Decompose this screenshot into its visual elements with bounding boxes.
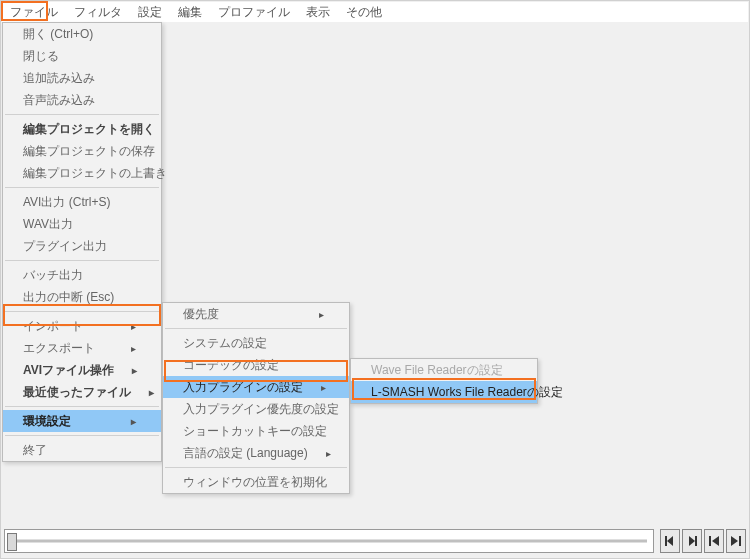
menu-recent-files[interactable]: 最近使ったファイル▸ xyxy=(3,381,161,403)
submenu-wave-file-reader[interactable]: Wave File Readerの設定 xyxy=(351,359,537,381)
menu-plugin-output[interactable]: プラグイン出力 xyxy=(3,235,161,257)
menubar-item-profile[interactable]: プロファイル xyxy=(210,2,298,23)
svg-rect-1 xyxy=(665,536,667,546)
menu-save-project[interactable]: 編集プロジェクトの保存 xyxy=(3,140,161,162)
menu-open-project[interactable]: 編集プロジェクトを開く xyxy=(3,118,161,140)
svg-marker-5 xyxy=(712,536,719,546)
chevron-right-icon: ▸ xyxy=(301,309,324,320)
menubar-item-edit[interactable]: 編集 xyxy=(170,2,210,23)
svg-rect-4 xyxy=(709,536,711,546)
svg-rect-3 xyxy=(695,536,697,546)
chevron-right-icon: ▸ xyxy=(308,448,331,459)
seek-bar[interactable] xyxy=(4,529,654,553)
submenu-priority[interactable]: 優先度▸ xyxy=(163,303,349,325)
seek-thumb[interactable] xyxy=(7,533,17,551)
svg-marker-2 xyxy=(689,536,695,546)
menu-separator xyxy=(5,260,159,261)
menubar: ファイル フィルタ 設定 編集 プロファイル 表示 その他 xyxy=(2,2,748,22)
menu-cancel-output[interactable]: 出力の中断 (Esc) xyxy=(3,286,161,308)
submenu-codec-settings[interactable]: コーデックの設定 xyxy=(163,354,349,376)
nav-first-frame-button[interactable] xyxy=(704,529,724,553)
menu-overwrite-project[interactable]: 編集プロジェクトの上書き xyxy=(3,162,161,184)
preferences-submenu: 優先度▸ システムの設定 コーデックの設定 入力プラグインの設定▸ 入力プラグイ… xyxy=(162,302,350,494)
seek-track xyxy=(11,540,647,543)
menu-export[interactable]: エクスポート▸ xyxy=(3,337,161,359)
submenu-lsmash-reader[interactable]: L-SMASH Works File Readerの設定 xyxy=(351,381,537,403)
menu-import[interactable]: インポート▸ xyxy=(3,315,161,337)
menubar-item-filter[interactable]: フィルタ xyxy=(66,2,130,23)
svg-marker-6 xyxy=(731,536,738,546)
menu-separator xyxy=(5,114,159,115)
menu-separator xyxy=(5,435,159,436)
chevron-right-icon: ▸ xyxy=(303,382,326,393)
menubar-item-view[interactable]: 表示 xyxy=(298,2,338,23)
menu-wav-output[interactable]: WAV出力 xyxy=(3,213,161,235)
submenu-language[interactable]: 言語の設定 (Language)▸ xyxy=(163,442,349,464)
input-plugin-submenu: Wave File Readerの設定 L-SMASH Works File R… xyxy=(350,358,538,404)
chevron-right-icon: ▸ xyxy=(114,365,137,376)
menu-preferences[interactable]: 環境設定▸ xyxy=(3,410,161,432)
step-forward-icon xyxy=(685,534,699,548)
file-menu-dropdown: 開く (Ctrl+O) 閉じる 追加読み込み 音声読み込み 編集プロジェクトを開… xyxy=(2,22,162,462)
menu-append-load[interactable]: 追加読み込み xyxy=(3,67,161,89)
chevron-right-icon: ▸ xyxy=(113,416,136,427)
skip-start-icon xyxy=(707,534,721,548)
nav-next-frame-button[interactable] xyxy=(682,529,702,553)
menu-batch-output[interactable]: バッチ出力 xyxy=(3,264,161,286)
submenu-input-plugin-settings[interactable]: 入力プラグインの設定▸ xyxy=(163,376,349,398)
menu-separator xyxy=(165,467,347,468)
submenu-input-plugin-priority[interactable]: 入力プラグイン優先度の設定 xyxy=(163,398,349,420)
menu-open[interactable]: 開く (Ctrl+O) xyxy=(3,23,161,45)
submenu-reset-window-pos[interactable]: ウィンドウの位置を初期化 xyxy=(163,471,349,493)
menu-exit[interactable]: 終了 xyxy=(3,439,161,461)
nav-prev-frame-button[interactable] xyxy=(660,529,680,553)
svg-rect-7 xyxy=(739,536,741,546)
menu-audio-load[interactable]: 音声読み込み xyxy=(3,89,161,111)
menubar-item-file[interactable]: ファイル xyxy=(2,2,66,23)
svg-marker-0 xyxy=(667,536,673,546)
submenu-shortcut-keys[interactable]: ショートカットキーの設定 xyxy=(163,420,349,442)
chevron-right-icon: ▸ xyxy=(113,343,136,354)
menu-separator xyxy=(5,311,159,312)
menu-separator xyxy=(5,187,159,188)
nav-last-frame-button[interactable] xyxy=(726,529,746,553)
menu-separator xyxy=(5,406,159,407)
playback-nav xyxy=(660,529,746,553)
menubar-item-other[interactable]: その他 xyxy=(338,2,390,23)
menu-avi-output[interactable]: AVI出力 (Ctrl+S) xyxy=(3,191,161,213)
chevron-right-icon: ▸ xyxy=(113,321,136,332)
submenu-system-settings[interactable]: システムの設定 xyxy=(163,332,349,354)
chevron-right-icon: ▸ xyxy=(131,387,154,398)
menu-avi-file-ops[interactable]: AVIファイル操作▸ xyxy=(3,359,161,381)
menu-separator xyxy=(165,328,347,329)
skip-end-icon xyxy=(729,534,743,548)
menu-close[interactable]: 閉じる xyxy=(3,45,161,67)
step-back-icon xyxy=(663,534,677,548)
menubar-item-settings[interactable]: 設定 xyxy=(130,2,170,23)
